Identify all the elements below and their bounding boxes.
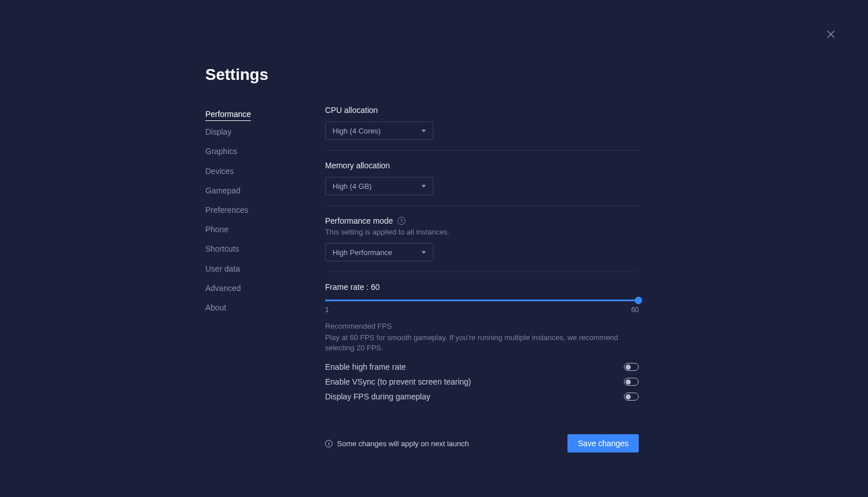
sidebar-item-shortcuts[interactable]: Shortcuts — [205, 240, 239, 257]
page-title: Settings — [205, 66, 639, 84]
cpu-select[interactable]: High (4 Cores) — [325, 122, 433, 140]
chevron-down-icon — [421, 185, 426, 188]
info-icon: i — [325, 440, 332, 447]
toggle-knob — [626, 379, 631, 385]
perfmode-label-text: Performance mode — [325, 216, 393, 225]
sidebar-item-phone[interactable]: Phone — [205, 221, 228, 238]
perfmode-sublabel: This setting is applied to all instances… — [325, 228, 639, 236]
sidebar-item-preferences[interactable]: Preferences — [205, 201, 248, 219]
chevron-down-icon — [421, 251, 426, 254]
toggle-label-vsync: Enable VSync (to prevent screen tearing) — [325, 377, 471, 386]
cpu-label: CPU allocation — [325, 106, 639, 115]
toggle-row-high-frame: Enable high frame rate — [325, 362, 639, 371]
sidebar-item-about[interactable]: About — [205, 299, 226, 316]
recommended-fps-title: Recommended FPS — [325, 322, 639, 330]
framerate-slider[interactable] — [325, 300, 639, 301]
toggle-row-display-fps: Display FPS during gameplay — [325, 392, 639, 401]
sidebar-item-userdata[interactable]: User data — [205, 260, 240, 277]
toggle-high-frame[interactable] — [624, 363, 639, 371]
toggle-knob — [626, 394, 631, 399]
memory-label: Memory allocation — [325, 161, 639, 170]
sidebar-item-gamepad[interactable]: Gamepad — [205, 182, 240, 199]
sidebar-item-performance[interactable]: Performance — [205, 106, 251, 121]
sidebar-item-display[interactable]: Display — [205, 123, 232, 140]
toggle-label-high-frame: Enable high frame rate — [325, 362, 406, 371]
framerate-max: 60 — [631, 306, 639, 314]
sidebar-item-devices[interactable]: Devices — [205, 163, 234, 180]
framerate-slider-thumb[interactable] — [635, 297, 642, 304]
main-panel: CPU allocation High (4 Cores) Memory all… — [325, 106, 639, 452]
perfmode-section: Performance mode ? This setting is appli… — [325, 216, 639, 272]
toggle-display-fps[interactable] — [624, 393, 639, 401]
perfmode-label: Performance mode ? — [325, 216, 639, 225]
footer-note: i Some changes will apply on next launch — [325, 439, 469, 448]
recommended-fps-body: Play at 60 FPS for smooth gameplay. If y… — [325, 333, 639, 353]
cpu-select-value: High (4 Cores) — [332, 127, 381, 135]
toggle-vsync[interactable] — [624, 378, 639, 386]
sidebar: Performance Display Graphics Devices Gam… — [205, 106, 279, 452]
toggle-label-display-fps: Display FPS during gameplay — [325, 392, 430, 401]
footer: i Some changes will apply on next launch… — [325, 434, 639, 452]
toggle-row-vsync: Enable VSync (to prevent screen tearing) — [325, 377, 639, 386]
close-button[interactable] — [825, 29, 837, 40]
framerate-section: Frame rate : 60 1 60 Recommended FPS Pla… — [325, 282, 639, 417]
framerate-label: Frame rate : 60 — [325, 282, 639, 292]
chevron-down-icon — [421, 130, 426, 132]
toggle-knob — [626, 365, 631, 370]
perfmode-select-value: High Performance — [332, 248, 392, 257]
sidebar-item-advanced[interactable]: Advanced — [205, 280, 241, 297]
framerate-min: 1 — [325, 306, 329, 314]
memory-section: Memory allocation High (4 GB) — [325, 161, 639, 206]
footer-note-text: Some changes will apply on next launch — [337, 439, 469, 448]
help-icon[interactable]: ? — [398, 217, 405, 225]
save-button[interactable]: Save changes — [567, 434, 639, 452]
sidebar-item-graphics[interactable]: Graphics — [205, 143, 237, 160]
close-icon — [825, 29, 837, 40]
cpu-section: CPU allocation High (4 Cores) — [325, 106, 639, 151]
memory-select[interactable]: High (4 GB) — [325, 177, 433, 195]
memory-select-value: High (4 GB) — [332, 182, 372, 191]
perfmode-select[interactable]: High Performance — [325, 243, 433, 261]
